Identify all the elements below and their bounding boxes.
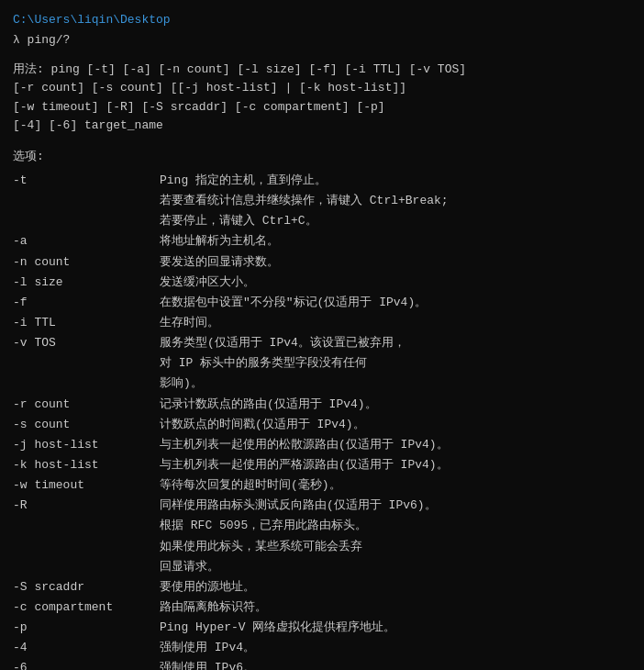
option-desc: 强制使用 IPv6。 [160, 659, 631, 670]
option-desc: 要发送的回显请求数。 [160, 253, 631, 272]
option-desc: 与主机列表一起使用的松散源路由(仅适用于 IPv4)。 [160, 436, 631, 454]
option-row: -pPing Hyper-V 网络虚拟化提供程序地址。 [13, 619, 631, 637]
option-key: -k host-list [13, 456, 160, 475]
option-key: -S srcaddr [13, 578, 160, 597]
continuation-spacer [13, 538, 160, 556]
option-key: -s count [13, 416, 160, 434]
usage-line4: [-4] [-6] target_name [13, 117, 631, 135]
option-key: -i TTL [13, 314, 160, 332]
option-continuation: 对 IP 标头中的服务类型字段没有任何 [13, 354, 631, 373]
option-row: -v TOS服务类型(仅适用于 IPv4。该设置已被弃用， [13, 334, 631, 352]
usage-line2: [-r count] [-s count] [[-j host-list] | … [13, 79, 631, 97]
option-continuation: 若要查看统计信息并继续操作，请键入 Ctrl+Break; [13, 192, 631, 210]
option-desc: 强制使用 IPv4。 [160, 639, 631, 657]
option-row: -c compartment路由隔离舱标识符。 [13, 598, 631, 617]
option-key: -p [13, 619, 160, 637]
continuation-spacer [13, 192, 160, 210]
option-desc: 服务类型(仅适用于 IPv4。该设置已被弃用， [160, 334, 631, 352]
option-row: -i TTL生存时间。 [13, 314, 631, 332]
option-key: -c compartment [13, 598, 160, 617]
option-key: -n count [13, 253, 160, 272]
options-section: 选项: -tPing 指定的主机，直到停止。若要查看统计信息并继续操作，请键入 … [13, 148, 631, 670]
option-key: -r count [13, 396, 160, 414]
continuation-text: 影响)。 [160, 374, 631, 393]
option-row: -n count要发送的回显请求数。 [13, 253, 631, 272]
continuation-spacer [13, 354, 160, 373]
continuation-text: 如果使用此标头，某些系统可能会丢弃 [160, 538, 631, 556]
option-row: -s count计数跃点的时间戳(仅适用于 IPv4)。 [13, 416, 631, 434]
option-desc: 同样使用路由标头测试反向路由(仅适用于 IPv6)。 [160, 497, 631, 515]
option-key: -v TOS [13, 334, 160, 352]
usage-line3: [-w timeout] [-R] [-S srcaddr] [-c compa… [13, 98, 631, 117]
option-continuation: 若要停止，请键入 Ctrl+C。 [13, 212, 631, 230]
options-label: 选项: [13, 148, 631, 166]
prompt-line: λ ping/? [13, 31, 631, 50]
continuation-spacer [13, 517, 160, 535]
option-desc: 记录计数跃点的路由(仅适用于 IPv4)。 [160, 396, 631, 414]
option-row: -S srcaddr要使用的源地址。 [13, 578, 631, 597]
option-desc: 等待每次回复的超时时间(毫秒)。 [160, 476, 631, 495]
option-continuation: 影响)。 [13, 374, 631, 393]
continuation-text: 对 IP 标头中的服务类型字段没有任何 [160, 354, 631, 373]
continuation-text: 若要查看统计信息并继续操作，请键入 Ctrl+Break; [160, 192, 631, 210]
option-key: -4 [13, 639, 160, 657]
option-continuation: 如果使用此标头，某些系统可能会丢弃 [13, 538, 631, 556]
current-path: C:\Users\liqin\Desktop [13, 11, 631, 29]
option-key: -a [13, 232, 160, 251]
option-continuation: 回显请求。 [13, 558, 631, 576]
option-desc: 与主机列表一起使用的严格源路由(仅适用于 IPv4)。 [160, 456, 631, 475]
usage-line1: 用法: ping [-t] [-a] [-n count] [-l size] … [13, 61, 631, 79]
continuation-spacer [13, 558, 160, 576]
continuation-text: 回显请求。 [160, 558, 631, 576]
continuation-spacer [13, 212, 160, 230]
option-desc: Ping 指定的主机，直到停止。 [160, 172, 631, 190]
option-row: -6强制使用 IPv6。 [13, 659, 631, 670]
option-key: -j host-list [13, 436, 160, 454]
option-desc: 要使用的源地址。 [160, 578, 631, 597]
option-row: -tPing 指定的主机，直到停止。 [13, 172, 631, 190]
continuation-spacer [13, 374, 160, 393]
option-key: -f [13, 294, 160, 312]
continuation-text: 根据 RFC 5095，已弃用此路由标头。 [160, 517, 631, 535]
option-key: -6 [13, 659, 160, 670]
option-row: -l size发送缓冲区大小。 [13, 274, 631, 292]
option-key: -w timeout [13, 476, 160, 495]
option-continuation: 根据 RFC 5095，已弃用此路由标头。 [13, 517, 631, 535]
option-row: -a将地址解析为主机名。 [13, 232, 631, 251]
continuation-text: 若要停止，请键入 Ctrl+C。 [160, 212, 631, 230]
terminal-window: C:\Users\liqin\Desktop λ ping/? 用法: ping… [13, 11, 631, 670]
option-row: -f在数据包中设置"不分段"标记(仅适用于 IPv4)。 [13, 294, 631, 312]
option-row: -j host-list与主机列表一起使用的松散源路由(仅适用于 IPv4)。 [13, 436, 631, 454]
option-desc: Ping Hyper-V 网络虚拟化提供程序地址。 [160, 619, 631, 637]
usage-block: 用法: ping [-t] [-a] [-n count] [-l size] … [13, 61, 631, 135]
option-row: -r count记录计数跃点的路由(仅适用于 IPv4)。 [13, 396, 631, 414]
option-key: -l size [13, 274, 160, 292]
option-desc: 计数跃点的时间戳(仅适用于 IPv4)。 [160, 416, 631, 434]
option-desc: 生存时间。 [160, 314, 631, 332]
option-key: -R [13, 497, 160, 515]
option-row: -R同样使用路由标头测试反向路由(仅适用于 IPv6)。 [13, 497, 631, 515]
option-row: -w timeout等待每次回复的超时时间(毫秒)。 [13, 476, 631, 495]
option-desc: 将地址解析为主机名。 [160, 232, 631, 251]
option-row: -4强制使用 IPv4。 [13, 639, 631, 657]
option-desc: 在数据包中设置"不分段"标记(仅适用于 IPv4)。 [160, 294, 631, 312]
option-desc: 路由隔离舱标识符。 [160, 598, 631, 617]
option-row: -k host-list与主机列表一起使用的严格源路由(仅适用于 IPv4)。 [13, 456, 631, 475]
option-desc: 发送缓冲区大小。 [160, 274, 631, 292]
option-key: -t [13, 172, 160, 190]
options-table: -tPing 指定的主机，直到停止。若要查看统计信息并继续操作，请键入 Ctrl… [13, 172, 631, 670]
